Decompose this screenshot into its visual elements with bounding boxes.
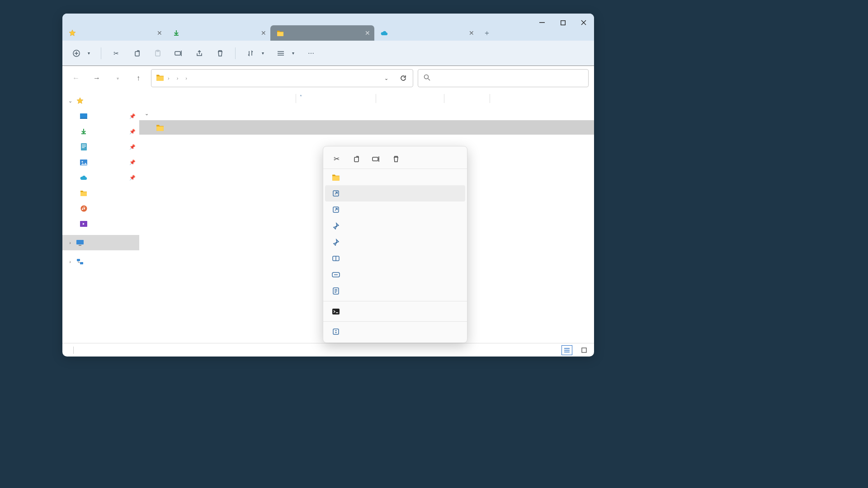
ctx-pin-quick-access[interactable] — [325, 218, 465, 234]
rename-button[interactable] — [171, 45, 186, 61]
sidebar-item-icloud[interactable]: 📌 — [62, 170, 139, 185]
ctx-cut-button[interactable]: ✂ — [331, 154, 341, 164]
sidebar-item-documents[interactable]: 📌 — [62, 139, 139, 155]
minimize-button[interactable] — [532, 14, 552, 32]
divider — [323, 321, 467, 322]
more-button[interactable]: ⋯ — [303, 45, 319, 61]
chevron-down-icon: ▾ — [262, 51, 264, 56]
recent-button[interactable]: ▾ — [109, 70, 126, 86]
svg-rect-12 — [82, 146, 86, 146]
desktop-icon — [80, 112, 88, 120]
ctx-copy-button[interactable] — [351, 154, 361, 164]
pin-icon: 📌 — [129, 175, 136, 181]
sidebar-item-desktop[interactable]: 📌 — [62, 108, 139, 124]
close-tab-icon[interactable]: ✕ — [468, 30, 475, 36]
trash-icon — [216, 49, 224, 57]
svg-rect-9 — [80, 118, 87, 119]
divider — [323, 301, 467, 301]
ctx-copy-path[interactable] — [325, 267, 465, 283]
cut-button[interactable]: ✂ — [108, 45, 124, 61]
sidebar: ⌄ 📌 📌 📌 📌 — [62, 90, 139, 343]
tab-icloud[interactable]: ✕ — [374, 25, 478, 41]
tab-techradar[interactable]: ✕ — [270, 25, 374, 41]
sort-icon — [246, 49, 255, 57]
sort-button[interactable]: ▾ — [243, 45, 268, 61]
ctx-open-terminal[interactable] — [325, 303, 465, 319]
search-input[interactable] — [435, 75, 583, 82]
ctx-open-new-window[interactable] — [325, 202, 465, 218]
folder-icon — [80, 189, 88, 197]
group-today[interactable]: ⌄ — [139, 107, 594, 120]
star-icon — [69, 29, 76, 37]
file-row-tabs[interactable] — [139, 120, 594, 135]
up-button[interactable]: ↑ — [130, 70, 146, 86]
svg-rect-18 — [76, 240, 84, 244]
svg-rect-22 — [582, 348, 586, 352]
close-tab-icon[interactable]: ✕ — [260, 30, 267, 36]
new-tab-button[interactable]: ＋ — [478, 25, 495, 41]
ctx-delete-button[interactable] — [391, 154, 401, 164]
zip-icon — [331, 254, 340, 263]
explorer-window: ✕ ✕ ✕ ✕ ＋ — [62, 14, 594, 357]
sidebar-network[interactable]: › — [62, 254, 139, 269]
sidebar-item-pictures[interactable]: 📌 — [62, 155, 139, 170]
sidebar-this-pc[interactable]: › — [62, 235, 139, 250]
ctx-open-new-tab[interactable] — [325, 185, 465, 202]
close-button[interactable] — [573, 14, 594, 32]
sidebar-item-downloads2[interactable] — [62, 185, 139, 201]
svg-rect-13 — [82, 147, 85, 148]
svg-rect-6 — [175, 52, 180, 55]
ctx-properties[interactable] — [325, 283, 465, 299]
address-bar[interactable]: › › › ⌄ — [151, 69, 413, 87]
new-icon — [72, 49, 80, 57]
path-icon — [331, 270, 340, 279]
svg-rect-8 — [80, 113, 87, 118]
folder-icon — [156, 73, 164, 83]
forward-button[interactable]: → — [89, 70, 105, 86]
close-tab-icon[interactable]: ✕ — [156, 30, 163, 36]
ctx-pin-start[interactable] — [325, 234, 465, 250]
thumbnails-view-button[interactable] — [579, 345, 590, 355]
sidebar-item-downloads[interactable]: 📌 — [62, 124, 139, 139]
ctx-open[interactable] — [325, 169, 465, 185]
chevron-right-icon: › — [185, 75, 187, 81]
details-view-button[interactable] — [561, 345, 572, 355]
tab-file-explorer[interactable]: ✕ — [62, 25, 166, 41]
column-date[interactable]: ˄ — [296, 96, 376, 101]
tab-downloads[interactable]: ✕ — [166, 25, 270, 41]
address-history-button[interactable]: ⌄ — [379, 71, 393, 85]
folder-icon — [277, 29, 284, 37]
refresh-button[interactable] — [396, 71, 410, 85]
maximize-button[interactable] — [552, 14, 573, 32]
svg-rect-10 — [81, 143, 87, 150]
titlebar: ✕ ✕ ✕ ✕ ＋ — [62, 14, 594, 41]
new-button[interactable]: ▾ — [69, 45, 94, 61]
sidebar-item-videos[interactable] — [62, 216, 139, 231]
divider — [73, 347, 74, 354]
share-icon — [195, 49, 203, 57]
ctx-rename-button[interactable] — [371, 154, 381, 164]
search-icon — [424, 74, 430, 83]
close-tab-icon[interactable]: ✕ — [364, 30, 371, 36]
back-button[interactable]: ← — [68, 70, 84, 86]
chevron-right-icon: › — [168, 75, 170, 81]
search-box[interactable] — [418, 69, 589, 87]
paste-button[interactable] — [150, 45, 165, 61]
view-icon — [277, 49, 285, 57]
copy-button[interactable] — [129, 45, 145, 61]
share-button[interactable] — [192, 45, 207, 61]
sidebar-quick-access[interactable]: ⌄ — [62, 93, 139, 108]
svg-rect-24 — [373, 157, 378, 161]
sidebar-item-music[interactable] — [62, 201, 139, 216]
window-controls — [532, 14, 594, 32]
ctx-show-more[interactable] — [325, 324, 465, 340]
ctx-compress-zip[interactable] — [325, 250, 465, 267]
view-button[interactable]: ▾ — [273, 45, 298, 61]
pin-icon: 📌 — [129, 144, 136, 150]
svg-rect-0 — [539, 22, 545, 23]
ellipsis-icon: ⋯ — [307, 49, 315, 57]
pin-icon: 📌 — [129, 113, 136, 119]
delete-button[interactable] — [212, 45, 228, 61]
download-icon — [173, 29, 180, 37]
chevron-right-icon: › — [67, 240, 73, 245]
